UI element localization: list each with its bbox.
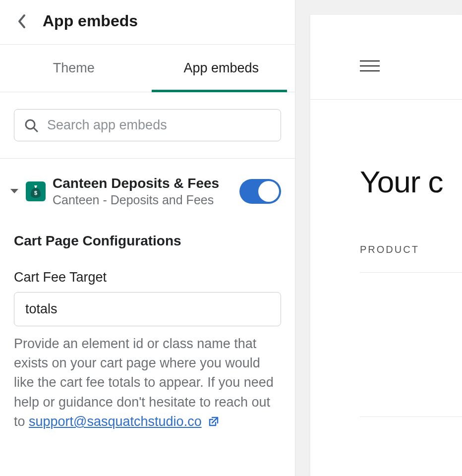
- svg-text:$: $: [34, 190, 37, 196]
- panel-header: App embeds: [0, 0, 295, 44]
- chevron-left-icon: [17, 14, 26, 29]
- embed-subtitle: Canteen - Deposits and Fees: [53, 192, 232, 208]
- page-title: App embeds: [43, 12, 138, 30]
- preview-divider: [310, 99, 462, 100]
- cart-fee-target-label: Cart Fee Target: [14, 270, 281, 285]
- embed-item: $ Canteen Deposits & Fees Canteen - Depo…: [0, 159, 295, 218]
- config-section: Cart Page Configurations Cart Fee Target…: [0, 218, 295, 433]
- support-link[interactable]: support@sasquatchstudio.co: [29, 414, 202, 429]
- embed-text: Canteen Deposits & Fees Canteen - Deposi…: [53, 175, 232, 208]
- section-title: Cart Page Configurations: [14, 233, 281, 249]
- svg-line-1: [34, 128, 37, 131]
- preview-column-label: PRODUCT: [360, 244, 462, 255]
- preview-hr-top: [360, 272, 462, 273]
- tab-bar: Theme App embeds: [0, 44, 295, 92]
- search-container: [0, 92, 295, 159]
- tab-app-embeds[interactable]: App embeds: [148, 45, 295, 92]
- toggle-knob: [258, 181, 279, 202]
- preview-hr-bottom: [360, 416, 462, 417]
- sidebar-panel: App embeds Theme App embeds $ Canteen De…: [0, 0, 295, 476]
- money-bag-icon: $: [30, 184, 42, 198]
- preview-area: Your c PRODUCT: [295, 0, 462, 476]
- back-button[interactable]: [14, 13, 30, 29]
- cart-fee-target-input[interactable]: [14, 292, 281, 326]
- search-box[interactable]: [14, 109, 281, 141]
- preview-heading: Your c: [360, 164, 462, 199]
- search-icon: [24, 119, 38, 132]
- embed-toggle[interactable]: [239, 179, 281, 204]
- hamburger-menu[interactable]: [360, 60, 380, 71]
- search-input[interactable]: [47, 118, 271, 133]
- tab-theme[interactable]: Theme: [0, 45, 148, 92]
- caret-down-icon[interactable]: [10, 188, 19, 194]
- app-icon: $: [26, 181, 46, 201]
- external-link-icon: [208, 413, 219, 432]
- cart-fee-target-help: Provide an element id or class name that…: [14, 334, 281, 433]
- preview-frame: Your c PRODUCT: [310, 15, 462, 476]
- preview-topbar: [310, 33, 462, 99]
- embed-title: Canteen Deposits & Fees: [53, 175, 232, 192]
